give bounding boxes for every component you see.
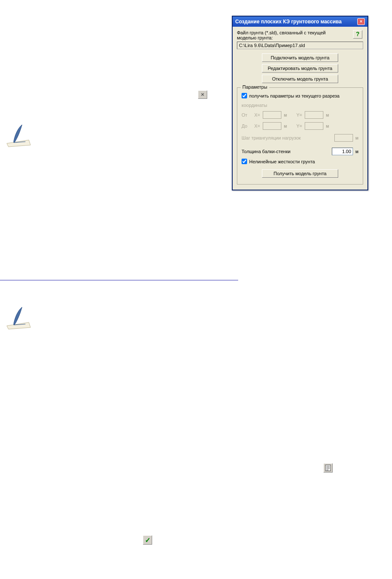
- dialog-body: Файл грунта (*.sld), связанный с текущей…: [233, 27, 367, 190]
- from-section-label: получить параметры из текущего разреза: [249, 93, 339, 98]
- divider: [0, 280, 238, 280]
- file-section: Файл грунта (*.sld), связанный с текущей…: [237, 30, 363, 49]
- parameters-group: Параметры получить параметры из текущего…: [237, 87, 363, 185]
- unit-label: м: [356, 136, 359, 140]
- get-model-button[interactable]: Получить модель грунта: [262, 169, 338, 178]
- nonlinear-label: Нелинейные жесткости грунта: [249, 159, 315, 164]
- file-path-field: C:\Lira 9.6\LData\Пример17.sld: [237, 42, 363, 49]
- close-icon[interactable]: ×: [198, 90, 207, 99]
- thickness-row: Толщина балки-стенки м: [242, 148, 359, 155]
- unit-label: м: [284, 124, 287, 129]
- from-x-input: [263, 111, 281, 119]
- from-section-checkbox-row: получить параметры из текущего разреза: [242, 93, 359, 98]
- quill-icon: [5, 305, 32, 330]
- close-button[interactable]: ×: [357, 18, 365, 25]
- step-label: Шаг триангуляции нагрузок: [242, 135, 332, 140]
- titlebar: Создание плоских КЭ грунтового массива ×: [233, 17, 367, 27]
- coords-label: координаты: [242, 103, 359, 108]
- dialog-title: Создание плоских КЭ грунтового массива: [235, 19, 342, 25]
- to-y-input: [305, 122, 323, 130]
- disconnect-model-button[interactable]: Отключить модель грунта: [262, 75, 338, 83]
- from-y-input: [305, 111, 323, 119]
- to-label: До: [242, 123, 252, 129]
- document-icon[interactable]: [323, 463, 333, 473]
- unit-label: м: [356, 149, 359, 154]
- thickness-label: Толщина балки-стенки: [242, 149, 329, 154]
- coord-from-row: От X= м Y= м: [242, 111, 359, 119]
- step-input: [334, 134, 353, 142]
- connect-model-button[interactable]: Подключить модель грунта: [262, 53, 338, 62]
- edit-model-button[interactable]: Редактировать модель грунта: [262, 64, 338, 73]
- to-x-input: [263, 122, 281, 130]
- y-label: Y=: [296, 123, 302, 129]
- thickness-input[interactable]: [332, 148, 353, 155]
- x-label: X=: [254, 112, 260, 117]
- coord-to-row: До X= м Y= м: [242, 122, 359, 130]
- x-label: X=: [254, 123, 260, 129]
- group-title: Параметры: [241, 84, 269, 90]
- nonlinear-checkbox-row: Нелинейные жесткости грунта: [242, 159, 359, 164]
- file-label: Файл грунта (*.sld), связанный с текущей…: [237, 30, 330, 40]
- from-label: От: [242, 112, 252, 117]
- help-button[interactable]: ?: [353, 30, 362, 39]
- checkmark-icon[interactable]: ✓: [143, 535, 152, 545]
- quill-icon: [5, 123, 32, 148]
- from-section-checkbox[interactable]: [242, 93, 247, 98]
- nonlinear-checkbox[interactable]: [242, 159, 247, 164]
- unit-label: м: [284, 113, 287, 117]
- unit-label: м: [326, 113, 329, 117]
- step-row: Шаг триангуляции нагрузок м: [242, 134, 359, 142]
- unit-label: м: [326, 124, 329, 129]
- y-label: Y=: [296, 112, 302, 117]
- soil-fe-dialog: Создание плоских КЭ грунтового массива ×…: [232, 16, 368, 190]
